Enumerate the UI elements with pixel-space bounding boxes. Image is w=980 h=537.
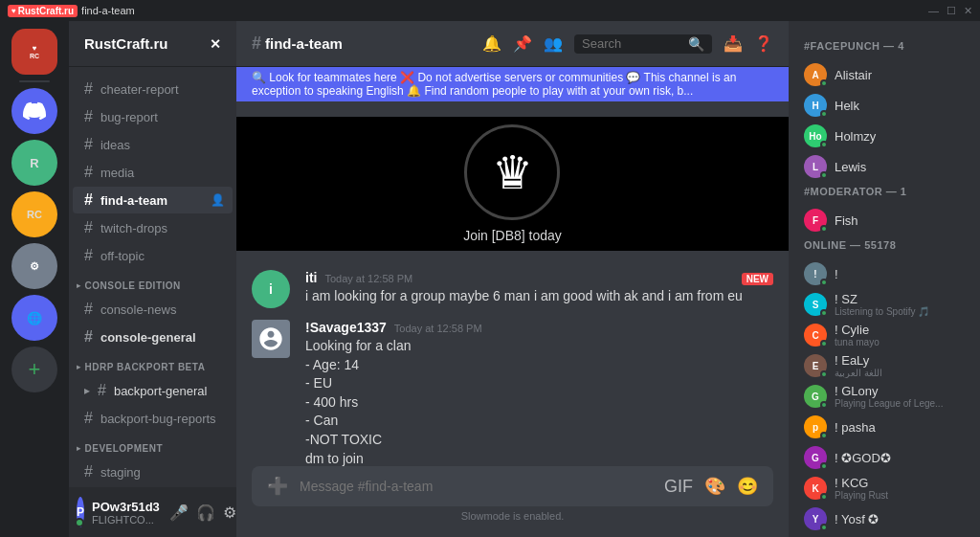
- member-avatar: p: [804, 415, 827, 438]
- channel-item-backport-general[interactable]: ▸ # backport-general: [73, 377, 233, 404]
- server-icon-5[interactable]: 🌐: [11, 295, 57, 341]
- pin-icon[interactable]: 📌: [513, 34, 532, 53]
- members-sidebar: #FACEPUNCH — 4 A Alistair H Helk Ho Holm…: [789, 21, 980, 537]
- member-fish[interactable]: F Fish: [796, 205, 972, 235]
- inbox-icon[interactable]: 📥: [724, 34, 743, 53]
- messages-area: ♛ Join [DB8] today i iti Today at 12:58 …: [236, 101, 789, 466]
- member-name: ! EaLy: [835, 353, 882, 368]
- member-avatar: G: [804, 446, 827, 469]
- window-controls: — ☐ ✕: [928, 5, 972, 17]
- status-dot: [820, 340, 828, 347]
- server-icon-4[interactable]: ⚙: [11, 243, 57, 289]
- search-bar-header[interactable]: 🔍: [574, 34, 712, 54]
- channel-name-label: backport-bug-reports: [100, 412, 216, 426]
- message-avatar: i: [252, 270, 290, 308]
- server-icon-1[interactable]: [11, 88, 57, 134]
- add-server-button[interactable]: +: [11, 347, 57, 392]
- member-avatar: Y: [804, 507, 827, 530]
- message-input[interactable]: [300, 479, 653, 494]
- server-list: ♥ RC R RC ⚙ 🌐 +: [0, 21, 69, 537]
- user-tag: FLIGHTCO...: [92, 514, 160, 526]
- maximize-button[interactable]: ☐: [947, 5, 956, 17]
- member-sz[interactable]: S ! SZ Listening to Spotify 🎵: [796, 289, 972, 320]
- channel-sidebar: RustCraft.ru ✕ # cheater-report # bug-re…: [69, 21, 236, 537]
- member-pasha[interactable]: p ! pasha: [796, 412, 972, 442]
- member-name: Holmzy: [835, 129, 965, 144]
- gif-icon[interactable]: GIF: [664, 477, 693, 497]
- member-name: !: [835, 267, 965, 281]
- member-ealy[interactable]: E ! EaLy اللغة العربية: [796, 350, 972, 381]
- channel-item-media[interactable]: # media: [73, 159, 233, 186]
- category-development[interactable]: DEVELOPMENT: [69, 439, 236, 458]
- status-dot: [820, 225, 828, 233]
- channel-item-console-news[interactable]: # console-news: [73, 296, 233, 323]
- emoji-icon[interactable]: 😊: [737, 476, 758, 497]
- sticker-icon[interactable]: 🎨: [704, 476, 725, 497]
- channel-item-find-a-team[interactable]: # find-a-team 👤: [73, 187, 233, 213]
- channel-item-cheater-report[interactable]: # cheater-report: [73, 76, 233, 102]
- member-cylie[interactable]: C ! Cylie tuna mayo: [796, 320, 972, 350]
- banner-logo: ♛: [464, 124, 560, 220]
- channel-item-backport-bug-reports[interactable]: # backport-bug-reports: [73, 405, 233, 432]
- channel-item-console-general[interactable]: # console-general: [73, 324, 233, 350]
- category-hdrp[interactable]: HDRP BACKPORT BETA: [69, 358, 236, 376]
- channel-item-staging[interactable]: # staging: [73, 459, 233, 485]
- hash-icon: #: [84, 164, 93, 181]
- member-activity: Listening to Spotify 🎵: [835, 306, 929, 317]
- members-icon[interactable]: 👥: [544, 34, 563, 53]
- hash-icon: #: [84, 108, 93, 125]
- member-holmzy[interactable]: Ho Holmzy: [796, 121, 972, 151]
- member-name: Alistair: [835, 68, 965, 82]
- mute-button[interactable]: 🎤: [167, 502, 190, 524]
- hash-icon: #: [84, 410, 93, 427]
- server-icon-2[interactable]: R: [11, 140, 57, 186]
- member-exclaim[interactable]: ! !: [796, 258, 972, 289]
- member-avatar: H: [804, 94, 827, 117]
- bell-icon[interactable]: 🔔: [482, 34, 501, 53]
- status-dot: [820, 309, 828, 317]
- hash-icon: #: [84, 80, 93, 98]
- minimize-button[interactable]: —: [928, 5, 939, 17]
- member-glony[interactable]: G ! GLony Playing League of Lege...: [796, 381, 972, 412]
- member-avatar: C: [804, 324, 827, 347]
- channel-item-off-topic[interactable]: # off-topic: [73, 242, 233, 269]
- user-info: POw3r51d3 FLIGHTCO...: [92, 500, 160, 526]
- server-header[interactable]: RustCraft.ru ✕: [69, 21, 236, 67]
- channel-list: # cheater-report # bug-report # ideas # …: [69, 67, 236, 487]
- banner-text: Join [DB8] today: [463, 228, 562, 243]
- help-icon[interactable]: ❓: [754, 34, 773, 53]
- titlebar-left: ♥ RustCraft.ru find-a-team: [8, 5, 135, 17]
- members-category-facepunch: #FACEPUNCH — 4: [796, 36, 972, 56]
- deafen-button[interactable]: 🎧: [194, 502, 217, 524]
- member-lewis[interactable]: L Lewis: [796, 151, 972, 182]
- member-activity: Playing League of Lege...: [835, 398, 943, 409]
- channel-item-ideas[interactable]: # ideas: [73, 131, 233, 158]
- channel-name-label: media: [100, 166, 134, 180]
- member-helk[interactable]: H Helk: [796, 90, 972, 121]
- member-kcg[interactable]: K ! KCG Playing Rust: [796, 473, 972, 503]
- member-avatar: S: [804, 293, 827, 316]
- member-god[interactable]: G ! ✪GOD✪: [796, 442, 972, 473]
- status-dot: [820, 79, 828, 87]
- channel-name-label: off-topic: [100, 249, 145, 263]
- status-dot: [820, 493, 828, 501]
- message-group: i iti Today at 12:58 PM NEW i am looking…: [236, 266, 789, 312]
- server-icon-3[interactable]: RC: [11, 191, 57, 237]
- channel-item-twitch-drops[interactable]: # twitch-drops: [73, 214, 233, 241]
- channel-name-label: twitch-drops: [100, 221, 167, 235]
- message-author: iti: [305, 270, 317, 285]
- member-yosf[interactable]: Y ! Yosf ✪: [796, 503, 972, 534]
- category-console[interactable]: CONSOLE EDITION: [69, 277, 236, 295]
- member-alistair[interactable]: A Alistair: [796, 59, 972, 90]
- close-button[interactable]: ✕: [964, 5, 972, 17]
- message-text: i am looking for a group maybe 6 man i a…: [305, 287, 773, 306]
- add-file-icon[interactable]: ➕: [267, 476, 288, 497]
- channel-name-label: find-a-team: [100, 193, 167, 208]
- app-logo-text: RustCraft.ru: [18, 6, 74, 16]
- server-icon-rustcraft[interactable]: ♥ RC: [11, 29, 57, 75]
- channel-item-bug-report[interactable]: # bug-report: [73, 103, 233, 130]
- search-input[interactable]: [582, 36, 684, 51]
- member-avatar: !: [804, 262, 827, 285]
- add-member-icon[interactable]: 👤: [211, 193, 225, 207]
- user-status-dot: [75, 518, 84, 527]
